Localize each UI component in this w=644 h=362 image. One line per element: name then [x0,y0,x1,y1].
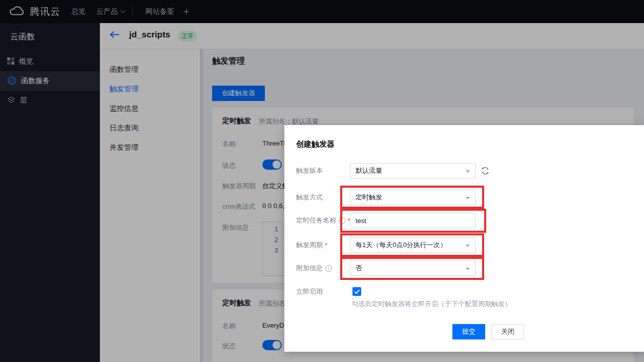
trigger-version-select[interactable]: 默认流量 [350,163,475,178]
label-extra-info: 附加信息 [296,260,332,276]
extra-info-select[interactable]: 否 [350,260,475,276]
trigger-method-select[interactable]: 定时触发 [350,190,475,205]
chevron-down-icon [466,197,470,199]
trigger-version-value: 默认流量 [356,166,382,175]
chevron-down-icon [466,170,470,173]
info-icon [325,265,332,272]
chevron-down-icon [466,268,470,270]
trigger-cycle-value: 每1天（每天0点0分执行一次） [356,240,447,250]
label-trigger-version: 触发版本 [296,163,323,178]
app-root: 腾讯云 总览 云产品 网站备案 + 云函数 概览 函数服务 [0,0,644,362]
enable-hint: 勾选后定时触发器将立即开启（于下个配置周期触发） [351,299,511,309]
refresh-icon[interactable] [481,166,490,177]
required-asterisk: * [325,242,327,249]
trigger-method-value: 定时触发 [356,193,382,202]
task-name-input[interactable] [350,213,475,228]
chevron-down-icon [466,245,470,247]
modal-title: 创建触发器 [296,139,335,149]
submit-button[interactable]: 提交 [452,324,485,339]
info-icon [339,217,345,224]
extra-info-value: 否 [356,264,362,273]
label-trigger-cycle: 触发周期 * [296,237,327,253]
close-button[interactable]: 关闭 [491,324,524,339]
label-task-name: 定时任务名称 * [296,213,350,228]
create-trigger-modal: 创建触发器 触发版本 默认流量 触发方式 定时触发 定时 [284,125,644,352]
label-enable-now: 立即启用 [296,284,323,299]
trigger-cycle-select[interactable]: 每1天（每天0点0分执行一次） [350,237,475,253]
label-trigger-method: 触发方式 [296,190,323,205]
enable-now-checkbox[interactable] [352,287,361,296]
